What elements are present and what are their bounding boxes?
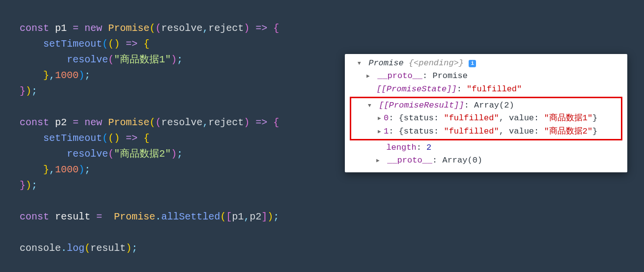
expand-icon[interactable]	[366, 72, 372, 81]
code-line-7: const p2 = new Promise((resolve,reject) …	[20, 117, 279, 128]
code-line-13: const result = Promise.allSettled([p1,p2…	[20, 211, 279, 222]
code-line-9: resolve("商品数据2");	[20, 148, 183, 160]
array-item-0[interactable]: 0: {status: "fulfilled", value: "商品数据1"}	[351, 112, 621, 125]
length-row: length: 2	[350, 141, 622, 154]
expand-icon[interactable]	[376, 157, 382, 165]
code-line-3: resolve("商品数据1");	[20, 54, 183, 65]
proto-array-row[interactable]: __proto__: Array(0)	[350, 154, 622, 167]
code-line-5: });	[20, 85, 37, 97]
code-line-11: });	[20, 180, 37, 191]
array-item-1[interactable]: 1: {status: "fulfilled", value: "商品数据2"}	[351, 125, 621, 138]
expand-icon[interactable]	[368, 102, 374, 110]
console-object-panel[interactable]: Promise {<pending>} i __proto__: Promise…	[345, 54, 627, 172]
code-line-2: setTimeout(() => {	[20, 38, 149, 50]
expand-icon[interactable]	[378, 114, 384, 123]
proto-row[interactable]: __proto__: Promise	[350, 70, 622, 82]
object-header[interactable]: Promise {<pending>} i	[350, 57, 622, 70]
code-line-15: console.log(result);	[20, 243, 138, 254]
code-line-1: const p1 = new Promise((resolve,reject) …	[20, 23, 279, 34]
promise-result-row[interactable]: [[PromiseResult]]: Array(2)	[351, 99, 621, 112]
promise-state-row: [[PromiseState]]: "fulfilled"	[350, 83, 622, 96]
expand-icon[interactable]	[378, 128, 384, 136]
info-icon[interactable]: i	[469, 60, 476, 67]
expand-icon[interactable]	[358, 59, 364, 68]
code-line-4: },1000);	[20, 70, 90, 81]
highlight-box: [[PromiseResult]]: Array(2) 0: {status: …	[350, 97, 622, 140]
code-line-10: },1000);	[20, 164, 90, 175]
code-line-8: setTimeout(() => {	[20, 133, 149, 144]
